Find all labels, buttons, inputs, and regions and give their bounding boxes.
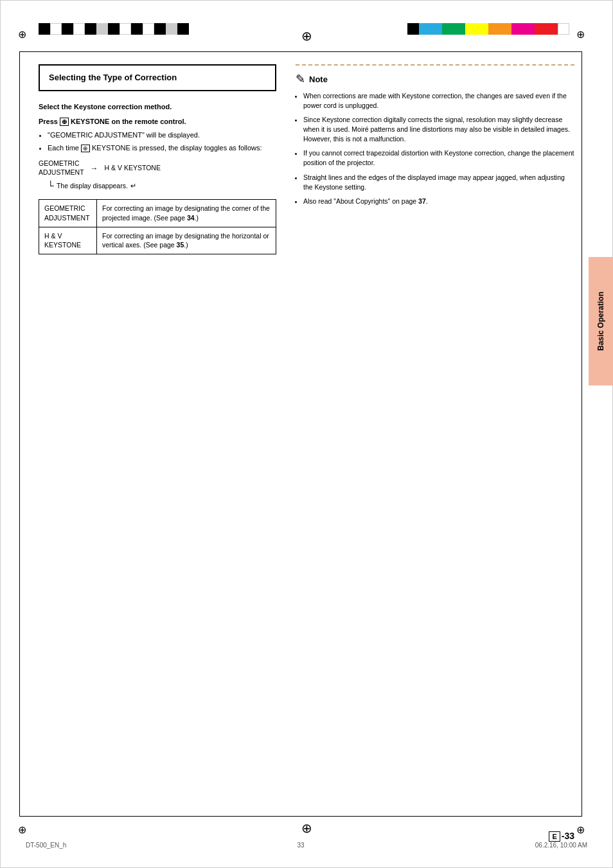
keystone-label: KEYSTONE on the remote control. (69, 118, 186, 125)
note-header: ✎ Note (296, 72, 574, 86)
correction-table: GEOMETRIC ADJUSTMENT For correcting an i… (39, 199, 276, 254)
note-section: ✎ Note When corrections are made with Ke… (296, 64, 574, 206)
table-cell-desc-1: For correcting an image by designating t… (97, 200, 276, 227)
keystone-symbol: ⊕ (60, 118, 69, 126)
note-bullet-4: Straight lines and the edges of the disp… (303, 173, 574, 191)
page-ref-37: 37 (418, 197, 426, 205)
top-center-crosshair: ⊕ (301, 28, 312, 44)
toggle-from: GEOMETRIC ADJUSTMENT (39, 159, 84, 177)
note-bullet-3: If you cannot correct trapezoidal distor… (303, 148, 574, 167)
left-margin-line (19, 51, 20, 817)
table-cell-type-1: GEOMETRIC ADJUSTMENT (39, 200, 97, 227)
table-cell-type-2: H & V KEYSTONE (39, 227, 97, 254)
top-left-crosshair: ⊕ (18, 28, 26, 40)
intro1: Select the Keystone correction method. (39, 102, 276, 112)
table-cell-desc-2: For correcting an image by designating t… (97, 227, 276, 254)
bottom-margin-line (19, 816, 582, 817)
footer-center: 33 (298, 842, 305, 849)
display-disappears-line: └ The display disappears. ↵ (48, 179, 276, 193)
section-title: Selecting the Type of Correction (49, 72, 266, 84)
side-tab: Basic Operation (589, 257, 613, 385)
bullet-list: "GEOMETRIC ADJUSTMENT" will be displayed… (48, 130, 276, 153)
note-bullets: When corrections are made with Keystone … (303, 91, 574, 206)
table-row: GEOMETRIC ADJUSTMENT For correcting an i… (39, 200, 276, 227)
note-bullet-5: Also read "About Copyrights" on page 37. (303, 197, 574, 206)
bullet-item-2: Each time ⊕ KEYSTONE is pressed, the dis… (48, 143, 276, 153)
bullet-item-1: "GEOMETRIC ADJUSTMENT" will be displayed… (48, 130, 276, 140)
note-bullet-1: When corrections are made with Keystone … (303, 91, 574, 110)
body-text: Select the Keystone correction method. P… (39, 102, 276, 254)
table-row: H & V KEYSTONE For correcting an image b… (39, 227, 276, 254)
toggle-diagram: GEOMETRIC ADJUSTMENT → H & V KEYSTONE └ … (39, 159, 276, 193)
bottom-right-crosshair: ⊕ (576, 824, 585, 836)
toggle-row: GEOMETRIC ADJUSTMENT → H & V KEYSTONE (39, 159, 276, 177)
page-number-area: E-33 (549, 831, 574, 841)
section-box: Selecting the Type of Correction (39, 64, 276, 91)
l-bracket: └ (48, 179, 54, 193)
top-margin-line (19, 51, 582, 52)
footer-left: DT-500_EN_h (26, 842, 66, 849)
content-area: Selecting the Type of Correction Select … (39, 64, 574, 791)
note-icon: ✎ (296, 72, 305, 86)
left-column: Selecting the Type of Correction Select … (39, 64, 276, 254)
bottom-left-crosshair: ⊕ (18, 824, 26, 836)
toggle-to: H & V KEYSTONE (105, 164, 161, 173)
return-arrow: ↵ (130, 181, 136, 191)
right-column: ✎ Note When corrections are made with Ke… (296, 64, 574, 211)
top-right-crosshair: ⊕ (576, 28, 585, 40)
page-number: -33 (562, 831, 574, 841)
note-bullet-2: Since Keystone correction digitally corr… (303, 115, 574, 143)
display-disappears-text: The display disappears. (57, 181, 128, 191)
toggle-arrow: → (91, 163, 98, 174)
footer-right: 06.2.16, 10:00 AM (535, 842, 587, 849)
bottom-center-crosshair: ⊕ (301, 820, 312, 836)
top-color-bar-right (407, 23, 569, 35)
note-title: Note (309, 75, 328, 84)
bottom-bar: DT-500_EN_h 33 06.2.16, 10:00 AM (26, 842, 587, 849)
e-mark: E (549, 831, 560, 842)
intro2: Press ⊕ KEYSTONE on the remote control. (39, 116, 276, 127)
side-tab-label: Basic Operation (596, 292, 605, 351)
right-margin-line (582, 51, 582, 817)
top-stripe-bar-left (39, 23, 189, 35)
table-body: GEOMETRIC ADJUSTMENT For correcting an i… (39, 200, 276, 254)
